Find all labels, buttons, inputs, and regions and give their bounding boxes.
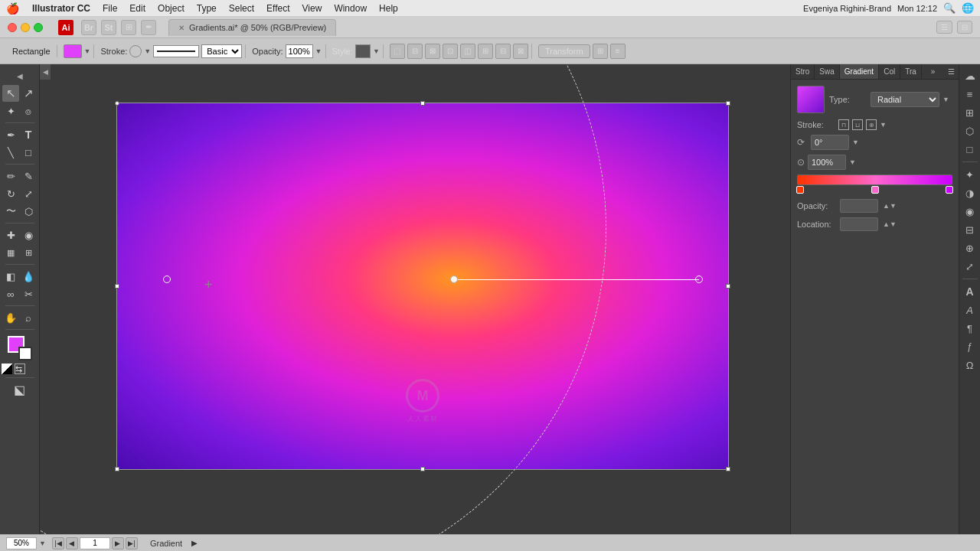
panel-menu-button[interactable]: ☰ bbox=[944, 64, 959, 79]
location-input[interactable] bbox=[840, 217, 878, 231]
scale-tool-button[interactable]: ⤢ bbox=[20, 185, 37, 202]
menu-item-file[interactable]: File bbox=[97, 2, 122, 15]
expand-icon[interactable]: ⊞ bbox=[593, 44, 608, 59]
align-right-button[interactable]: ⊠ bbox=[425, 44, 440, 59]
none-button[interactable] bbox=[28, 364, 38, 374]
status-dropdown-arrow[interactable]: ▶ bbox=[191, 539, 198, 547]
page-next-button[interactable]: ▶ bbox=[112, 537, 124, 549]
free-transform-button[interactable]: ⬡ bbox=[20, 203, 37, 220]
menu-item-illustrator[interactable]: Illustrator CC bbox=[27, 2, 96, 15]
tools-button[interactable]: ⊞ bbox=[121, 20, 136, 35]
notification-icon[interactable]: 🌐 bbox=[962, 2, 974, 14]
puppet-warp-button[interactable]: ✚ bbox=[2, 227, 19, 243]
panel-collapse-left[interactable]: ◀ bbox=[40, 64, 51, 80]
stroke-preview[interactable] bbox=[153, 45, 199, 57]
document-tab[interactable]: ✕ Gradients.ai* @ 50% (RGB/Preview) bbox=[168, 19, 336, 36]
tab-close-icon[interactable]: ✕ bbox=[178, 24, 185, 32]
distribute-v-button[interactable]: ⊠ bbox=[513, 44, 528, 59]
gradient-stop-1[interactable] bbox=[871, 186, 879, 194]
panel-tab-color[interactable]: Col bbox=[879, 64, 900, 79]
arrange-button[interactable]: ☰ bbox=[936, 21, 952, 34]
asset-export-button[interactable]: ⬡ bbox=[962, 122, 978, 139]
cc-libraries-button[interactable]: ☁ bbox=[962, 67, 978, 84]
menu-item-view[interactable]: View bbox=[297, 2, 328, 15]
pencil-tool-button[interactable]: ✎ bbox=[20, 168, 37, 184]
stroke-circle-icon[interactable] bbox=[129, 45, 142, 57]
maximize-button[interactable] bbox=[34, 23, 43, 32]
character-styles-button[interactable]: A bbox=[962, 302, 978, 318]
aspect-dropdown-arrow[interactable]: ▼ bbox=[849, 158, 856, 166]
blend-tool-button[interactable]: ∞ bbox=[2, 285, 19, 302]
menu-item-edit[interactable]: Edit bbox=[124, 2, 151, 15]
line-tool-button[interactable]: ╲ bbox=[2, 144, 19, 161]
layers-button[interactable]: ⊞ bbox=[962, 104, 978, 121]
location-stepper-icon[interactable]: ▲▼ bbox=[883, 220, 897, 228]
mesh-tool-button[interactable]: ⊞ bbox=[20, 244, 37, 261]
stroke-indicator[interactable] bbox=[18, 347, 32, 360]
properties-button[interactable]: ≡ bbox=[962, 86, 978, 103]
minimize-button[interactable] bbox=[21, 23, 30, 32]
menu-item-effect[interactable]: Effect bbox=[261, 2, 295, 15]
panel-tab-stroke[interactable]: Stro bbox=[791, 64, 815, 79]
panel-tab-gradient[interactable]: Gradient bbox=[840, 64, 879, 79]
style-swatch[interactable] bbox=[355, 44, 371, 58]
search-icon[interactable]: 🔍 bbox=[943, 2, 956, 14]
panel-tab-swatches[interactable]: Swa bbox=[815, 64, 839, 79]
gradient-type-select[interactable]: Radial bbox=[871, 92, 939, 107]
eyedropper-tool-button[interactable]: 💧 bbox=[20, 268, 37, 285]
appearance-button[interactable]: ◑ bbox=[962, 184, 978, 201]
type-tool-button[interactable]: T bbox=[20, 126, 37, 143]
zoom-input[interactable]: 50% bbox=[6, 537, 37, 549]
aspect-input[interactable]: 100% bbox=[808, 155, 846, 170]
pen-button[interactable]: ✒ bbox=[141, 20, 156, 35]
lasso-tool-button[interactable]: ⌾ bbox=[20, 103, 37, 119]
effects-button[interactable]: ✦ bbox=[962, 166, 978, 183]
warp-tool-button[interactable]: 〜 bbox=[2, 203, 19, 220]
zoom-dropdown-arrow[interactable]: ▼ bbox=[39, 540, 46, 547]
align-center-v-button[interactable]: ◫ bbox=[460, 44, 475, 59]
opacity-stepper-icon[interactable]: ▲▼ bbox=[883, 202, 897, 210]
menu-item-select[interactable]: Select bbox=[224, 2, 260, 15]
align-left-button[interactable]: ⬚ bbox=[390, 44, 405, 59]
stroke-style-select[interactable]: Basic bbox=[201, 44, 242, 58]
paintbrush-tool-button[interactable]: ✏ bbox=[2, 168, 19, 184]
shape-tool-button[interactable]: □ bbox=[20, 144, 37, 161]
fill-arrow-icon[interactable]: ▼ bbox=[84, 47, 91, 55]
apple-menu[interactable]: 🍎 bbox=[6, 2, 19, 15]
direct-select-tool-button[interactable]: ↗ bbox=[20, 85, 37, 102]
menu-item-type[interactable]: Type bbox=[191, 2, 222, 15]
symbol-tool-button[interactable]: ◉ bbox=[20, 227, 37, 243]
hand-tool-button[interactable]: ✋ bbox=[2, 309, 19, 326]
gradient-bar[interactable] bbox=[797, 174, 952, 185]
stroke-align-outside-icon[interactable]: ⊕ bbox=[866, 119, 877, 130]
toolbar-collapse-button[interactable]: ◀ bbox=[11, 67, 28, 84]
menu-item-object[interactable]: Object bbox=[152, 2, 190, 15]
scissors-tool-button[interactable]: ✂ bbox=[20, 285, 37, 302]
gradient-stop-0[interactable] bbox=[796, 186, 804, 194]
opentype-button[interactable]: ƒ bbox=[962, 338, 978, 355]
canvas-area[interactable]: ◀ bbox=[40, 64, 790, 534]
stroke-arrow-icon[interactable]: ▼ bbox=[144, 47, 151, 55]
align-bottom-button[interactable]: ⊞ bbox=[478, 44, 493, 59]
select-tool-button[interactable]: ↖ bbox=[2, 85, 19, 102]
align-top-button[interactable]: ⊡ bbox=[443, 44, 458, 59]
gradient-tool-button[interactable]: ◧ bbox=[2, 268, 19, 285]
style-arrow-icon[interactable]: ▼ bbox=[373, 47, 380, 55]
fill-swatch[interactable] bbox=[64, 44, 82, 58]
opacity-input[interactable] bbox=[286, 44, 313, 58]
menu-item-window[interactable]: Window bbox=[328, 2, 372, 15]
panel-tabs-more-button[interactable]: » bbox=[927, 64, 939, 79]
type-dropdown-arrow[interactable]: ▼ bbox=[942, 96, 949, 103]
stock-button[interactable]: St bbox=[101, 20, 116, 35]
pen-tool-button[interactable]: ✒ bbox=[2, 126, 19, 143]
panel-tab-transform[interactable]: Tra bbox=[900, 64, 922, 79]
close-button[interactable] bbox=[8, 23, 17, 32]
page-prev-button[interactable]: ◀ bbox=[66, 537, 78, 549]
pathfinder-button[interactable]: ⊕ bbox=[962, 240, 978, 256]
zoom-tool-button[interactable]: ⌕ bbox=[20, 309, 37, 326]
align-button[interactable]: ⊟ bbox=[962, 221, 978, 238]
glyph-button[interactable]: Ω bbox=[962, 357, 978, 373]
page-input[interactable]: 1 bbox=[80, 537, 110, 549]
drawing-modes-button[interactable]: ⬕ bbox=[11, 381, 28, 398]
stroke-align-center-icon[interactable]: ⊔ bbox=[852, 119, 863, 130]
